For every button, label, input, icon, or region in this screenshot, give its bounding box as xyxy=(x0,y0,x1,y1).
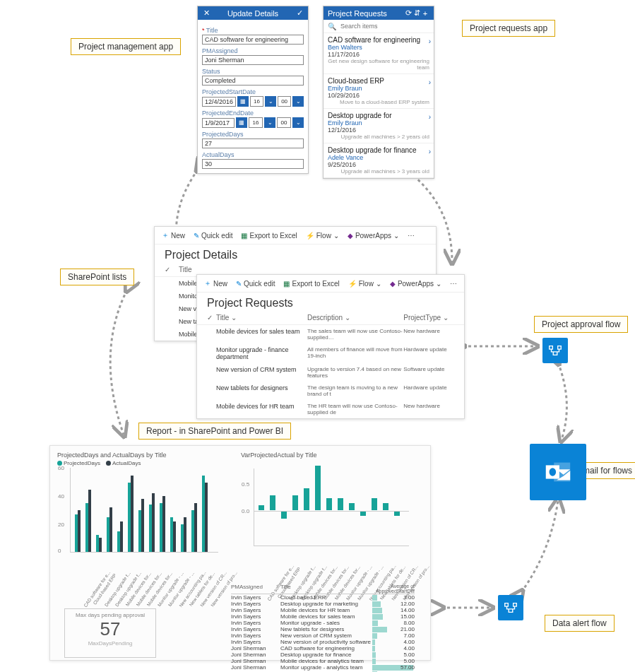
end-hour[interactable]: 16 xyxy=(249,117,263,128)
quickedit-button[interactable]: ✎Quick edit xyxy=(194,230,232,240)
search-input[interactable] xyxy=(339,22,429,30)
tbl-col-avg: Average of ApprovedStartDiff xyxy=(372,584,415,594)
kpi-sub: MaxDaysPending xyxy=(65,640,155,647)
table-row: Joni ShermanDesktop upgrade for finance5… xyxy=(231,652,415,658)
table-row[interactable]: Mobile devices for sales teamThe sales t… xyxy=(197,325,464,343)
item-date: 12/1/2016 xyxy=(328,126,429,134)
table-row[interactable]: New version of CRM systemUpgrade to vers… xyxy=(197,363,464,382)
sp-project-requests: ＋New ✎Quick edit ▦Export to Excel ⚡Flow … xyxy=(196,274,465,419)
actualdays-label: ActualDays xyxy=(202,151,304,158)
add-icon[interactable]: + xyxy=(421,9,429,18)
status-label: Status xyxy=(202,68,304,75)
col-ptype[interactable]: ProjectType ⌄ xyxy=(403,314,454,322)
tbl-col-title: Title xyxy=(280,584,372,594)
svg-point-2 xyxy=(550,468,557,476)
table-row: Irvin SayersMobile devices for HR team14… xyxy=(231,607,415,613)
callout-splists: SharePoint lists xyxy=(60,269,134,285)
search-row[interactable]: 🔍 xyxy=(324,20,434,33)
request-item[interactable]: › Desktop upgrade for finance Adele Vanc… xyxy=(324,143,434,178)
project-requests-app: Project Requests ⟳ ⇵ + 🔍 › CAD software … xyxy=(323,6,434,179)
item-title: Cloud-based ERP xyxy=(328,77,429,85)
table-row: Irvin SayersDesktop upgrade for marketin… xyxy=(231,601,415,607)
requests-title: Project Requests xyxy=(328,9,404,18)
sort-icon[interactable]: ⇵ xyxy=(413,8,421,18)
pm-label: PMAssigned xyxy=(202,47,304,54)
requests-header: Project Requests ⟳ ⇵ + xyxy=(324,6,434,20)
chevron-right-icon: › xyxy=(429,148,431,155)
item-date: 9/25/2016 xyxy=(328,161,429,168)
calendar-icon[interactable]: ▦ xyxy=(237,96,249,107)
powerapps-button[interactable]: ◆PowerApps ⌄ xyxy=(348,230,399,240)
table-row[interactable]: New tablets for designersThe design team… xyxy=(197,382,464,400)
kpi-card: Max days pending approval 57 MaxDaysPend… xyxy=(64,608,156,658)
pm-input[interactable]: Joni Sherman xyxy=(202,55,304,65)
title-input[interactable]: CAD software for engineering xyxy=(202,35,304,45)
chevron-down-icon[interactable]: ⌄ xyxy=(265,96,276,107)
table-row: Irvin SayersNew version of CRM system7.0… xyxy=(231,632,415,639)
chart2-title: VarProjectedActual by Title xyxy=(241,452,417,459)
col-title[interactable]: Title ⌄ xyxy=(216,314,307,322)
startdate-label: ProjectedStartDate xyxy=(202,88,304,95)
col-desc[interactable]: Description ⌄ xyxy=(307,314,403,322)
flow-button[interactable]: ⚡Flow ⌄ xyxy=(348,278,381,288)
start-hour[interactable]: 16 xyxy=(250,96,264,107)
chart1-bars: 60 40 20 0 xyxy=(70,468,218,553)
powerapps-button[interactable]: ◆PowerApps ⌄ xyxy=(390,278,441,288)
chevron-down-icon[interactable]: ⌄ xyxy=(292,96,304,107)
more-icon[interactable]: ⋯ xyxy=(450,278,457,288)
item-title: Desktop upgrade for xyxy=(328,112,429,119)
item-title: Desktop upgrade for finance xyxy=(328,146,429,154)
enddate-input[interactable]: 1/9/2017 xyxy=(202,118,235,128)
item-desc: Get new design software for engineering … xyxy=(328,58,429,71)
sp-requests-title: Project Requests xyxy=(197,293,464,311)
flow-icon[interactable] xyxy=(498,595,523,620)
refresh-icon[interactable]: ⟳ xyxy=(404,8,413,18)
kpi-value: 57 xyxy=(65,618,155,640)
update-header: ✕ Update Details ✓ xyxy=(198,6,308,20)
chevron-down-icon[interactable]: ⌄ xyxy=(264,117,275,128)
actualdays-input[interactable]: 30 xyxy=(202,159,304,169)
calendar-icon[interactable]: ▦ xyxy=(236,117,247,128)
projdays-input[interactable]: 27 xyxy=(202,138,304,148)
callout-mgmt: Project management app xyxy=(71,38,181,55)
more-icon[interactable]: ⋯ xyxy=(408,230,415,240)
start-min[interactable]: 00 xyxy=(278,96,292,107)
callout-dataalert: Data alert flow xyxy=(545,615,615,632)
chevron-right-icon: › xyxy=(429,78,431,86)
table-row[interactable]: Mobile devices for HR teamThe HR team wi… xyxy=(197,400,464,418)
confirm-icon[interactable]: ✓ xyxy=(295,8,304,18)
close-icon[interactable]: ✕ xyxy=(202,8,210,18)
status-input[interactable]: Completed xyxy=(202,76,304,86)
flow-icon[interactable] xyxy=(542,338,568,363)
item-date: 10/29/2016 xyxy=(328,92,429,99)
export-button[interactable]: ▦Export to Excel xyxy=(283,278,339,288)
powerbi-report: ProjectedDays and ActualDays by Title Pr… xyxy=(49,445,431,661)
end-min[interactable]: 00 xyxy=(277,117,291,128)
startdate-input[interactable]: 12/4/2016 xyxy=(202,97,236,107)
table-row[interactable]: Monitor upgrade - finance departmentAll … xyxy=(197,343,464,363)
item-date: 11/17/2016 xyxy=(328,51,429,58)
new-button[interactable]: ＋New xyxy=(162,230,185,240)
table-row: Joni ShermanMobile devices for analytics… xyxy=(231,658,415,664)
sp-details-title: Project Details xyxy=(155,244,436,263)
sp-toolbar: ＋New ✎Quick edit ▦Export to Excel ⚡Flow … xyxy=(155,227,436,244)
outlook-icon[interactable] xyxy=(530,444,586,500)
item-person: Emily Braun xyxy=(328,119,429,126)
chevron-down-icon[interactable]: ⌄ xyxy=(292,117,304,128)
callout-report: Report - in SharePoint and Power BI xyxy=(138,423,291,440)
tbl-col-pm: PMAssigned xyxy=(231,584,280,594)
request-item[interactable]: › Desktop upgrade for Emily Braun 12/1/2… xyxy=(324,109,434,143)
item-person: Adele Vance xyxy=(328,154,429,161)
table-row: Joni ShermanMonitor upgrade - analytics … xyxy=(231,664,415,671)
request-item[interactable]: › CAD software for engineering Ben Walte… xyxy=(324,33,434,74)
quickedit-button[interactable]: ✎Quick edit xyxy=(236,278,275,288)
col-title[interactable]: Title xyxy=(179,266,306,273)
new-button[interactable]: ＋New xyxy=(204,278,227,288)
callout-requests: Project requests app xyxy=(462,20,555,37)
item-desc: Upgrade all machines > 3 years old xyxy=(328,168,429,175)
flow-button[interactable]: ⚡Flow ⌄ xyxy=(306,230,339,240)
report-table: PMAssigned Title Average of ApprovedStar… xyxy=(231,584,415,672)
update-details-app: ✕ Update Details ✓ * Title CAD software … xyxy=(197,6,309,174)
export-button[interactable]: ▦Export to Excel xyxy=(241,230,297,240)
request-item[interactable]: › Cloud-based ERP Emily Braun 10/29/2016… xyxy=(324,74,434,109)
